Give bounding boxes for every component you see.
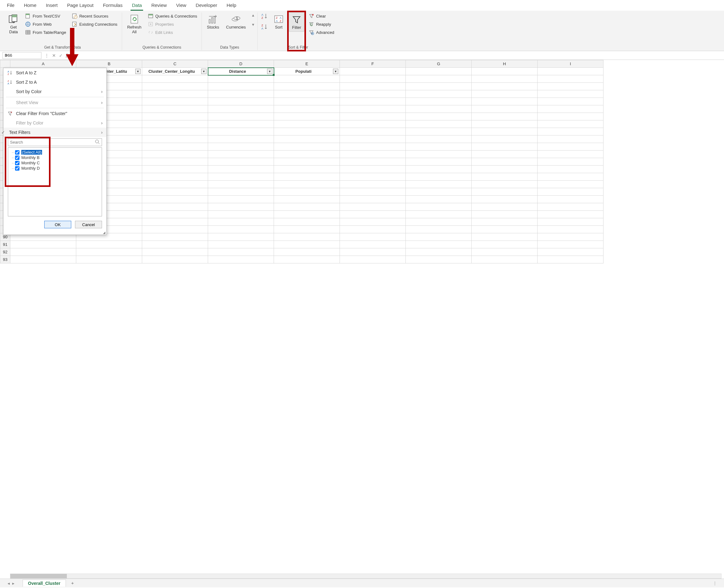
- cell[interactable]: [208, 218, 274, 226]
- cell[interactable]: [472, 143, 538, 150]
- cell[interactable]: [538, 83, 603, 90]
- cell[interactable]: [340, 143, 406, 150]
- cell[interactable]: [340, 226, 406, 233]
- column-header-F[interactable]: F: [340, 60, 406, 68]
- cell[interactable]: [142, 173, 208, 181]
- from-text-csv-button[interactable]: From Text/CSV: [24, 13, 67, 19]
- cell[interactable]: [274, 218, 340, 226]
- cell[interactable]: [142, 188, 208, 196]
- cell[interactable]: [208, 128, 274, 135]
- advanced-filter-button[interactable]: Advanced: [307, 29, 336, 36]
- cell[interactable]: [340, 121, 406, 128]
- cell[interactable]: [142, 143, 208, 150]
- cell[interactable]: [340, 203, 406, 211]
- cell[interactable]: [142, 121, 208, 128]
- cell[interactable]: [472, 158, 538, 166]
- cell[interactable]: [274, 128, 340, 135]
- cell[interactable]: [208, 83, 274, 90]
- recent-sources-button[interactable]: Recent Sources: [71, 13, 119, 19]
- cell[interactable]: [472, 196, 538, 203]
- cell[interactable]: [142, 105, 208, 113]
- filter-ok-button[interactable]: OK: [44, 221, 71, 228]
- cell[interactable]: [406, 98, 472, 105]
- cell[interactable]: [538, 203, 603, 211]
- cell[interactable]: [472, 121, 538, 128]
- cell[interactable]: [406, 121, 472, 128]
- cell[interactable]: [340, 113, 406, 121]
- cell[interactable]: [76, 256, 142, 264]
- cell[interactable]: [11, 241, 76, 248]
- filter-dropdown-d[interactable]: ▼: [267, 69, 273, 74]
- cell[interactable]: [274, 135, 340, 143]
- cell[interactable]: [472, 128, 538, 135]
- cell[interactable]: [208, 241, 274, 248]
- cell[interactable]: [538, 218, 603, 226]
- cell[interactable]: [472, 98, 538, 105]
- fx-icon[interactable]: fx: [66, 53, 69, 58]
- column-header-H[interactable]: H: [472, 60, 538, 68]
- cell[interactable]: [406, 113, 472, 121]
- cell[interactable]: [208, 150, 274, 158]
- cell[interactable]: [208, 188, 274, 196]
- tab-data[interactable]: Data: [130, 2, 143, 10]
- cell[interactable]: [274, 188, 340, 196]
- cell[interactable]: [538, 226, 603, 233]
- sort-asc-item[interactable]: AZ Sort A to Z: [3, 68, 106, 78]
- cell[interactable]: [340, 248, 406, 256]
- cell[interactable]: [538, 68, 603, 75]
- sort-asc-mini-icon[interactable]: AZ: [261, 13, 268, 20]
- filter-check-item[interactable]: Monthly D: [11, 166, 99, 171]
- row-header[interactable]: 91: [0, 241, 11, 248]
- cell[interactable]: [274, 143, 340, 150]
- from-table-range-button[interactable]: From Table/Range: [24, 29, 67, 36]
- cell[interactable]: [208, 75, 274, 83]
- cell[interactable]: [406, 218, 472, 226]
- cell[interactable]: [208, 158, 274, 166]
- cell[interactable]: [208, 166, 274, 173]
- filter-dropdown-c[interactable]: ▼: [201, 69, 206, 74]
- cell[interactable]: [274, 233, 340, 241]
- filter-checkbox[interactable]: [15, 155, 19, 160]
- cell[interactable]: [472, 218, 538, 226]
- cell[interactable]: [340, 166, 406, 173]
- cell[interactable]: [142, 181, 208, 188]
- cell[interactable]: [208, 143, 274, 150]
- cell[interactable]: [406, 233, 472, 241]
- cell[interactable]: [538, 75, 603, 83]
- cell[interactable]: [208, 256, 274, 264]
- cell[interactable]: [472, 83, 538, 90]
- cell[interactable]: [274, 113, 340, 121]
- cell[interactable]: [538, 113, 603, 121]
- cell[interactable]: [340, 83, 406, 90]
- cell[interactable]: [274, 150, 340, 158]
- cell[interactable]: [340, 233, 406, 241]
- cell[interactable]: [538, 248, 603, 256]
- cell[interactable]: [406, 166, 472, 173]
- cell[interactable]: [406, 188, 472, 196]
- sort-desc-item[interactable]: ZA Sort Z to A: [3, 78, 106, 87]
- sort-button[interactable]: ZAAZ Sort: [272, 13, 286, 31]
- cell[interactable]: [340, 218, 406, 226]
- cell[interactable]: [208, 196, 274, 203]
- column-header-E[interactable]: E: [274, 60, 340, 68]
- cell[interactable]: [208, 203, 274, 211]
- cell[interactable]: [142, 218, 208, 226]
- cell[interactable]: [340, 135, 406, 143]
- cell[interactable]: [274, 241, 340, 248]
- cell[interactable]: Cluster_Center_Longitu▼: [142, 68, 208, 75]
- cell[interactable]: [208, 135, 274, 143]
- tab-view[interactable]: View: [175, 2, 187, 10]
- currencies-button[interactable]: $ Currencies: [224, 13, 248, 31]
- data-types-down[interactable]: ▾: [252, 22, 254, 27]
- cell[interactable]: [472, 68, 538, 75]
- cell[interactable]: [208, 121, 274, 128]
- cell[interactable]: [274, 226, 340, 233]
- sort-desc-mini-icon[interactable]: ZA: [261, 23, 268, 31]
- filter-check-item[interactable]: (Select All): [11, 150, 99, 155]
- cell[interactable]: [340, 68, 406, 75]
- cell[interactable]: [472, 90, 538, 98]
- cell[interactable]: [472, 226, 538, 233]
- row-header[interactable]: 93: [0, 256, 11, 264]
- cell[interactable]: [142, 256, 208, 264]
- tab-formulas[interactable]: Formulas: [102, 2, 124, 10]
